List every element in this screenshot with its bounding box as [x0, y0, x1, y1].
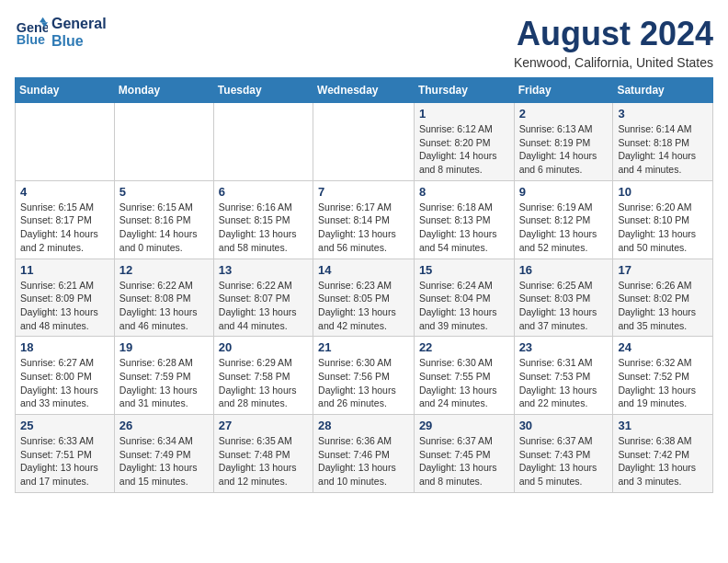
day-number: 19	[119, 340, 209, 354]
day-info: Sunrise: 6:18 AMSunset: 8:13 PMDaylight:…	[419, 201, 509, 255]
day-number: 14	[318, 263, 409, 277]
day-number: 15	[419, 263, 509, 277]
day-cell: 21Sunrise: 6:30 AMSunset: 7:56 PMDayligh…	[313, 337, 415, 415]
day-cell: 13Sunrise: 6:22 AMSunset: 8:07 PMDayligh…	[213, 259, 313, 337]
day-number: 29	[419, 419, 509, 432]
day-number: 26	[119, 419, 209, 432]
day-cell: 14Sunrise: 6:23 AMSunset: 8:05 PMDayligh…	[313, 259, 415, 337]
day-number: 25	[20, 419, 109, 432]
day-info: Sunrise: 6:29 AMSunset: 7:58 PMDaylight:…	[219, 356, 308, 410]
day-cell: 25Sunrise: 6:33 AMSunset: 7:51 PMDayligh…	[16, 415, 115, 493]
day-info: Sunrise: 6:17 AMSunset: 8:14 PMDaylight:…	[318, 201, 409, 255]
day-cell: 18Sunrise: 6:27 AMSunset: 8:00 PMDayligh…	[16, 337, 115, 415]
day-cell: 11Sunrise: 6:21 AMSunset: 8:09 PMDayligh…	[16, 259, 115, 337]
day-info: Sunrise: 6:16 AMSunset: 8:15 PMDaylight:…	[219, 201, 308, 255]
day-cell: 9Sunrise: 6:19 AMSunset: 8:12 PMDaylight…	[514, 180, 613, 259]
day-cell: 7Sunrise: 6:17 AMSunset: 8:14 PMDaylight…	[313, 180, 415, 259]
day-number: 11	[20, 263, 109, 277]
day-cell	[213, 103, 313, 181]
day-info: Sunrise: 6:25 AMSunset: 8:03 PMDaylight:…	[519, 279, 609, 333]
day-number: 23	[519, 340, 609, 354]
day-cell	[16, 103, 115, 181]
title-block: August 2024 Kenwood, California, United …	[514, 15, 713, 70]
day-cell: 23Sunrise: 6:31 AMSunset: 7:53 PMDayligh…	[514, 337, 613, 415]
day-info: Sunrise: 6:36 AMSunset: 7:46 PMDaylight:…	[318, 434, 409, 488]
day-number: 7	[318, 185, 409, 199]
day-info: Sunrise: 6:15 AMSunset: 8:17 PMDaylight:…	[20, 201, 109, 255]
day-info: Sunrise: 6:15 AMSunset: 8:16 PMDaylight:…	[119, 201, 209, 255]
day-info: Sunrise: 6:21 AMSunset: 8:09 PMDaylight:…	[20, 279, 109, 333]
header-sunday: Sunday	[16, 78, 115, 103]
day-number: 28	[318, 419, 409, 432]
day-number: 27	[219, 419, 308, 432]
header-friday: Friday	[514, 78, 613, 103]
header-thursday: Thursday	[414, 78, 514, 103]
day-cell: 8Sunrise: 6:18 AMSunset: 8:13 PMDaylight…	[414, 180, 514, 259]
day-info: Sunrise: 6:14 AMSunset: 8:18 PMDaylight:…	[618, 122, 708, 177]
day-cell: 27Sunrise: 6:35 AMSunset: 7:48 PMDayligh…	[213, 415, 313, 493]
week-row-4: 18Sunrise: 6:27 AMSunset: 8:00 PMDayligh…	[16, 337, 713, 415]
day-info: Sunrise: 6:12 AMSunset: 8:20 PMDaylight:…	[419, 122, 509, 177]
day-cell	[313, 103, 415, 181]
day-info: Sunrise: 6:37 AMSunset: 7:45 PMDaylight:…	[419, 434, 509, 488]
day-number: 8	[419, 185, 509, 199]
day-cell: 31Sunrise: 6:38 AMSunset: 7:42 PMDayligh…	[613, 415, 713, 493]
day-cell: 24Sunrise: 6:32 AMSunset: 7:52 PMDayligh…	[613, 337, 713, 415]
subtitle: Kenwood, California, United States	[514, 55, 713, 70]
day-cell: 16Sunrise: 6:25 AMSunset: 8:03 PMDayligh…	[514, 259, 613, 337]
day-info: Sunrise: 6:22 AMSunset: 8:08 PMDaylight:…	[119, 279, 209, 333]
day-info: Sunrise: 6:33 AMSunset: 7:51 PMDaylight:…	[20, 434, 109, 488]
logo-icon: General Blue	[15, 16, 48, 49]
day-number: 18	[20, 340, 109, 354]
day-cell: 28Sunrise: 6:36 AMSunset: 7:46 PMDayligh…	[313, 415, 415, 493]
day-cell: 30Sunrise: 6:37 AMSunset: 7:43 PMDayligh…	[514, 415, 613, 493]
day-number: 31	[618, 419, 708, 432]
day-number: 9	[519, 185, 609, 199]
day-info: Sunrise: 6:23 AMSunset: 8:05 PMDaylight:…	[318, 279, 409, 333]
day-number: 12	[119, 263, 209, 277]
svg-text:Blue: Blue	[17, 32, 45, 47]
day-cell: 26Sunrise: 6:34 AMSunset: 7:49 PMDayligh…	[114, 415, 213, 493]
day-number: 1	[419, 107, 509, 121]
week-row-2: 4Sunrise: 6:15 AMSunset: 8:17 PMDaylight…	[16, 180, 713, 259]
day-number: 24	[618, 340, 708, 354]
day-cell: 5Sunrise: 6:15 AMSunset: 8:16 PMDaylight…	[114, 180, 213, 259]
day-info: Sunrise: 6:38 AMSunset: 7:42 PMDaylight:…	[618, 434, 708, 488]
day-number: 5	[119, 185, 209, 199]
day-info: Sunrise: 6:19 AMSunset: 8:12 PMDaylight:…	[519, 201, 609, 255]
logo-blue: Blue	[51, 32, 107, 50]
week-row-1: 1Sunrise: 6:12 AMSunset: 8:20 PMDaylight…	[16, 103, 713, 181]
day-cell: 12Sunrise: 6:22 AMSunset: 8:08 PMDayligh…	[114, 259, 213, 337]
day-number: 20	[219, 340, 308, 354]
day-cell	[114, 103, 213, 181]
day-number: 16	[519, 263, 609, 277]
day-info: Sunrise: 6:30 AMSunset: 7:56 PMDaylight:…	[318, 356, 409, 410]
day-cell: 29Sunrise: 6:37 AMSunset: 7:45 PMDayligh…	[414, 415, 514, 493]
day-info: Sunrise: 6:37 AMSunset: 7:43 PMDaylight:…	[519, 434, 609, 488]
day-cell: 3Sunrise: 6:14 AMSunset: 8:18 PMDaylight…	[613, 103, 713, 181]
calendar-table: SundayMondayTuesdayWednesdayThursdayFrid…	[15, 77, 713, 493]
day-info: Sunrise: 6:26 AMSunset: 8:02 PMDaylight:…	[618, 279, 708, 333]
header-saturday: Saturday	[613, 78, 713, 103]
day-number: 4	[20, 185, 109, 199]
day-number: 10	[618, 185, 708, 199]
day-cell: 17Sunrise: 6:26 AMSunset: 8:02 PMDayligh…	[613, 259, 713, 337]
day-cell: 20Sunrise: 6:29 AMSunset: 7:58 PMDayligh…	[213, 337, 313, 415]
logo: General Blue General Blue	[15, 15, 107, 50]
day-number: 6	[219, 185, 308, 199]
day-number: 2	[519, 107, 609, 121]
main-title: August 2024	[514, 15, 713, 53]
day-cell: 1Sunrise: 6:12 AMSunset: 8:20 PMDaylight…	[414, 103, 514, 181]
day-cell: 19Sunrise: 6:28 AMSunset: 7:59 PMDayligh…	[114, 337, 213, 415]
page-header: General Blue General Blue August 2024 Ke…	[15, 15, 713, 70]
day-cell: 10Sunrise: 6:20 AMSunset: 8:10 PMDayligh…	[613, 180, 713, 259]
week-row-3: 11Sunrise: 6:21 AMSunset: 8:09 PMDayligh…	[16, 259, 713, 337]
day-number: 21	[318, 340, 409, 354]
day-cell: 22Sunrise: 6:30 AMSunset: 7:55 PMDayligh…	[414, 337, 514, 415]
day-number: 13	[219, 263, 308, 277]
day-number: 30	[519, 419, 609, 432]
day-info: Sunrise: 6:27 AMSunset: 8:00 PMDaylight:…	[20, 356, 109, 410]
day-info: Sunrise: 6:22 AMSunset: 8:07 PMDaylight:…	[219, 279, 308, 333]
day-cell: 6Sunrise: 6:16 AMSunset: 8:15 PMDaylight…	[213, 180, 313, 259]
day-info: Sunrise: 6:30 AMSunset: 7:55 PMDaylight:…	[419, 356, 509, 410]
